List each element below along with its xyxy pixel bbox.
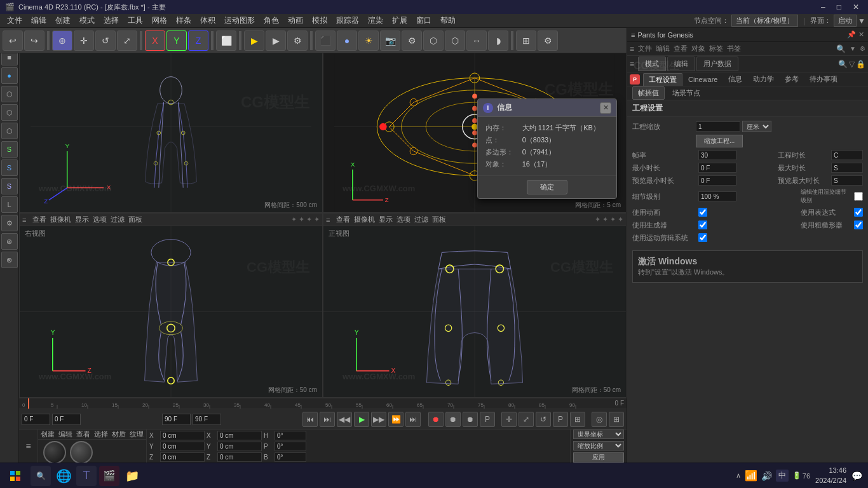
coord-y1-input[interactable] xyxy=(160,442,205,451)
sidebar-icon-3[interactable]: ● xyxy=(1,67,18,84)
taskbar-network[interactable]: 📶 xyxy=(745,470,757,482)
prop-anim-check[interactable] xyxy=(698,208,707,217)
mat-material[interactable]: 材质 xyxy=(112,430,126,439)
toolbar-x-axis[interactable]: X xyxy=(145,30,165,51)
toolbar-obj[interactable]: ⬜ xyxy=(216,30,236,51)
toolbar-tool6[interactable]: ⬡ xyxy=(423,30,444,51)
right-tab-userdata[interactable]: 用户数据 xyxy=(696,57,738,71)
taskbar-notification[interactable]: 💬 xyxy=(850,470,863,482)
tl-prev-frame[interactable]: ⏭ xyxy=(320,412,335,427)
menu-animate[interactable]: 动画 xyxy=(283,14,308,27)
tl-record2[interactable]: ⏺ xyxy=(445,412,461,427)
vp-br-select[interactable]: 选项 xyxy=(397,215,410,224)
sidebar-icon-13[interactable]: ⊗ xyxy=(1,252,18,268)
taskbar-tray[interactable]: ∧ xyxy=(736,471,741,480)
material-ball-lacing[interactable] xyxy=(43,441,66,464)
proj-tab-info[interactable]: 信息 xyxy=(723,73,747,85)
vp-br-panel[interactable]: 面板 xyxy=(432,215,446,224)
prop-framerate-input[interactable] xyxy=(698,150,736,160)
coord-x1-input[interactable] xyxy=(160,431,205,440)
menu-file[interactable]: 文件 xyxy=(3,14,27,27)
prop-duration-input[interactable] xyxy=(831,150,863,160)
viewport-front[interactable]: ≡ 查看 摄像机 显示 选项 过滤 面板 ✦ ✦ ✦ ✦ X Y xyxy=(323,213,627,398)
toolbar-scale[interactable]: ⤢ xyxy=(117,30,137,51)
sidebar-icon-11[interactable]: ⚙ xyxy=(1,215,18,231)
taskbar-search[interactable]: 🔍 xyxy=(31,466,51,486)
menu-render[interactable]: 渲染 xyxy=(363,14,388,27)
menu-mode[interactable]: 模式 xyxy=(75,14,99,27)
scene-filter[interactable]: ▼ xyxy=(850,45,856,52)
sub-tab-keyframe[interactable]: 帧插值 xyxy=(632,86,665,100)
prop-prevmax-input[interactable] xyxy=(831,175,863,186)
coord-z2-input[interactable] xyxy=(217,452,262,462)
toolbar-camera[interactable]: 📷 xyxy=(380,30,400,51)
menu-edit[interactable]: 编辑 xyxy=(27,14,51,27)
proj-tab-settings[interactable]: 工程设置 xyxy=(643,73,682,86)
vp-br-display[interactable]: 显示 xyxy=(379,215,393,224)
toolbar-y-axis[interactable]: Y xyxy=(166,30,187,51)
toolbar-select[interactable]: ⊕ xyxy=(52,30,72,51)
timeline-start-frame[interactable] xyxy=(22,414,50,425)
minimize-btn[interactable]: – xyxy=(817,3,829,11)
taskbar-teams[interactable]: T xyxy=(76,466,97,486)
toolbar-move[interactable]: ✛ xyxy=(74,30,94,51)
taskbar-sound[interactable]: 🔊 xyxy=(761,471,772,481)
sidebar-icon-10[interactable]: L xyxy=(1,196,18,213)
toolbar-tool5[interactable]: ⚙ xyxy=(402,30,422,51)
scene-view[interactable]: 查看 xyxy=(674,44,688,53)
menu-simulate[interactable]: 模拟 xyxy=(308,14,332,27)
sidebar-icon-8[interactable]: S xyxy=(1,159,18,176)
coord-x2-input[interactable] xyxy=(217,431,262,440)
toolbar-light[interactable]: ☀ xyxy=(358,30,379,51)
coord-mode-select[interactable]: 世界坐标 对象坐标 xyxy=(573,430,624,439)
sub-tab-scene-node[interactable]: 场景节点 xyxy=(667,87,705,99)
prop-deform-check[interactable] xyxy=(854,220,863,229)
vp-bl-filter[interactable]: 过滤 xyxy=(111,215,125,224)
proj-tab-cineware[interactable]: Cineware xyxy=(683,74,722,85)
proj-tab-dynamics[interactable]: 动力学 xyxy=(748,73,779,85)
toolbar-snap[interactable]: ⚙ xyxy=(538,30,558,51)
scene-cog[interactable]: ⚙ xyxy=(860,45,865,52)
menu-extend[interactable]: 扩展 xyxy=(388,14,412,27)
menu-mograph[interactable]: 运动图形 xyxy=(220,14,259,27)
toolbar-undo[interactable]: ↩ xyxy=(3,30,23,51)
sidebar-icon-12[interactable]: ⊛ xyxy=(1,233,18,250)
tl-move[interactable]: ✛ xyxy=(501,412,517,427)
taskbar-c4d[interactable]: 🎬 xyxy=(99,466,119,486)
mat-view[interactable]: 查看 xyxy=(76,430,90,439)
scene-search[interactable]: 🔍 xyxy=(836,44,846,53)
right-tab-edit[interactable]: 编辑 xyxy=(667,57,695,71)
right-pin-icon[interactable]: 📌 xyxy=(847,30,856,39)
taskbar-start-btn[interactable] xyxy=(5,466,25,486)
prop-min-input[interactable] xyxy=(698,163,736,173)
sidebar-icon-4[interactable]: ⬡ xyxy=(1,86,18,102)
right-filter2[interactable]: ▽ xyxy=(849,60,855,69)
tl-first-frame[interactable]: ⏮ xyxy=(302,412,318,427)
tl-auto-key[interactable]: ⏺ xyxy=(463,412,478,427)
material-ball-pants[interactable] xyxy=(70,441,93,464)
toolbar-render3[interactable]: ⚙ xyxy=(287,30,308,51)
scene-edit[interactable]: 编辑 xyxy=(656,44,670,53)
tl-record[interactable]: ⏺ xyxy=(428,412,444,427)
tl-key[interactable]: P xyxy=(480,412,495,427)
info-close-btn[interactable]: ✕ xyxy=(600,102,611,114)
toolbar-rotate[interactable]: ↺ xyxy=(95,30,116,51)
timeline-end-frame[interactable] xyxy=(162,414,191,425)
mat-texture[interactable]: 纹理 xyxy=(130,430,144,439)
toolbar-z-axis[interactable]: Z xyxy=(188,30,208,51)
prop-render-detail-check[interactable] xyxy=(854,192,863,201)
timeline-end-frame2[interactable] xyxy=(193,414,221,425)
prop-prevmin-input[interactable] xyxy=(698,175,736,186)
node-space-value[interactable]: 当前（标准/物理） xyxy=(731,15,798,27)
prop-scale-input[interactable] xyxy=(696,121,740,132)
scene-tag[interactable]: 标签 xyxy=(709,44,723,53)
scale-mode-select[interactable]: 缩放比例 绝对 xyxy=(573,441,624,451)
tl-morph[interactable]: ⊞ xyxy=(609,412,624,427)
toolbar-cube[interactable]: ⬛ xyxy=(315,30,336,51)
taskbar-input-method[interactable]: 中 xyxy=(776,470,789,482)
right-search2[interactable]: 🔍 xyxy=(838,60,848,69)
tl-step-fwd[interactable]: ▶▶ xyxy=(371,412,386,427)
toolbar-grid[interactable]: ⊞ xyxy=(516,30,536,51)
menu-help[interactable]: 帮助 xyxy=(436,14,460,27)
menu-window[interactable]: 窗口 xyxy=(412,14,436,27)
